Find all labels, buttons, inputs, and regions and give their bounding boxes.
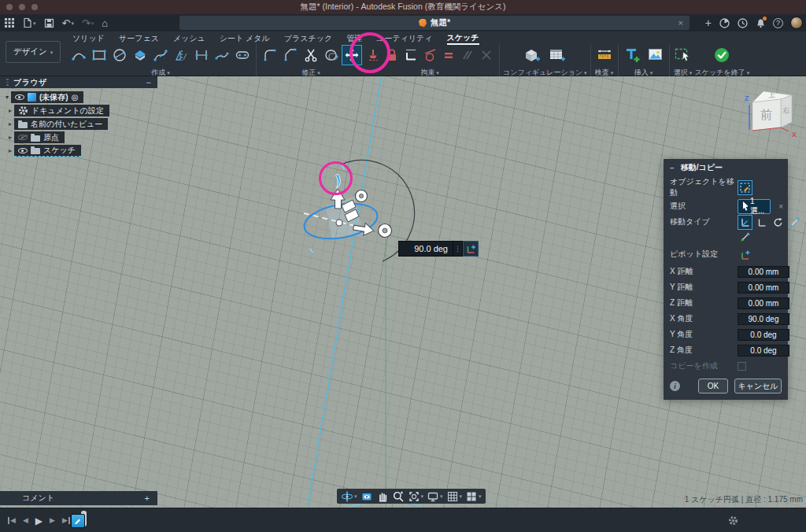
- viewports-button[interactable]: ▾: [465, 490, 482, 503]
- grid-snap-button[interactable]: ▾: [446, 490, 463, 503]
- clear-selection-button[interactable]: ×: [778, 202, 783, 211]
- timeline-step-back-button[interactable]: ◀: [23, 517, 28, 524]
- trim-tool-button[interactable]: [301, 43, 321, 67]
- origin-item[interactable]: 原点: [14, 131, 65, 143]
- dialog-minimize-button[interactable]: −: [670, 164, 675, 172]
- sketch-center-point[interactable]: [336, 220, 342, 226]
- history-button[interactable]: [737, 17, 748, 28]
- file-menu-button[interactable]: ▾: [22, 17, 36, 28]
- visibility-eye-icon[interactable]: [15, 94, 24, 100]
- move-type-rotate-button[interactable]: [771, 215, 786, 230]
- sketch-axis-line-cyan[interactable]: [308, 78, 381, 505]
- fit-button[interactable]: ▾: [408, 490, 424, 503]
- move-type-point-to-position-button[interactable]: [738, 230, 752, 245]
- browser-row-document-settings[interactable]: ▸ ドキュメントの設定: [0, 105, 157, 116]
- circle-tool-button[interactable]: [109, 43, 130, 67]
- finish-sketch-button[interactable]: [712, 43, 732, 67]
- expander-icon[interactable]: ▸: [6, 120, 14, 127]
- tangent-constraint-button[interactable]: [420, 43, 439, 67]
- undo-button[interactable]: ↶ ▾: [62, 18, 74, 28]
- insert-text-button[interactable]: [622, 43, 642, 67]
- dimension-tool-button[interactable]: [191, 43, 212, 67]
- horizontal-vertical-constraint-button[interactable]: [401, 43, 420, 67]
- measure-button[interactable]: [594, 43, 615, 67]
- new-document-tab-button[interactable]: +: [705, 17, 712, 28]
- move-type-free-button[interactable]: [738, 215, 752, 230]
- expander-icon[interactable]: ▸: [6, 147, 14, 154]
- spline-tool-button[interactable]: [150, 43, 171, 67]
- y-distance-input[interactable]: [738, 282, 789, 294]
- browser-root-row[interactable]: ▾ (未保存) ◎: [0, 91, 157, 103]
- document-settings-item[interactable]: ドキュメントの設定: [14, 105, 109, 116]
- add-comment-button[interactable]: +: [145, 493, 150, 503]
- curve-tool-button[interactable]: [212, 43, 232, 67]
- avatar[interactable]: [790, 17, 803, 29]
- display-settings-button[interactable]: ▾: [427, 490, 443, 503]
- timeline-sketch-feature[interactable]: [71, 514, 85, 528]
- select-button[interactable]: [673, 43, 693, 67]
- timeline-settings-button[interactable]: [728, 515, 738, 526]
- minimize-window-button[interactable]: [19, 4, 25, 10]
- timeline-step-forward-button[interactable]: ▶: [50, 517, 55, 524]
- fillet-tool-button[interactable]: [260, 43, 280, 67]
- insert-image-button[interactable]: [645, 43, 666, 67]
- chamfer-tool-button[interactable]: [280, 43, 301, 67]
- browser-root-item[interactable]: (未保存) ◎: [11, 91, 83, 103]
- configuration-table-button[interactable]: [547, 43, 568, 67]
- ok-button[interactable]: OK: [698, 379, 728, 393]
- look-at-button[interactable]: [360, 490, 373, 503]
- sketches-item-selected[interactable]: スケッチ: [14, 145, 81, 157]
- timeline-go-to-start-button[interactable]: ◀: [8, 517, 16, 524]
- cancel-button[interactable]: キャンセル: [734, 379, 782, 393]
- dialog-header[interactable]: − 移動/コピー: [664, 159, 788, 176]
- drag-dots-icon[interactable]: ⋮: [453, 241, 463, 257]
- z-distance-input[interactable]: [738, 297, 789, 309]
- pan-button[interactable]: [376, 490, 389, 503]
- timeline-play-button[interactable]: ▶: [35, 516, 43, 526]
- visibility-eye-icon[interactable]: [18, 148, 28, 153]
- notifications-button[interactable]: [755, 17, 766, 28]
- browser-minimize-button[interactable]: −: [146, 77, 151, 88]
- activate-target-icon[interactable]: ◎: [72, 94, 79, 102]
- parallel-constraint-button[interactable]: [458, 43, 477, 67]
- equal-constraint-button[interactable]: [439, 43, 458, 67]
- symmetry-constraint-button[interactable]: [477, 43, 496, 67]
- z-angle-input[interactable]: [738, 345, 789, 357]
- browser-row-sketches[interactable]: ▸ スケッチ: [0, 145, 157, 157]
- create-copy-checkbox[interactable]: [738, 362, 746, 371]
- help-button[interactable]: ?: [773, 18, 783, 28]
- offset-tool-button[interactable]: [321, 43, 342, 67]
- browser-row-origin[interactable]: ▸ 原点: [0, 131, 157, 143]
- move-object-button[interactable]: [738, 180, 752, 195]
- visibility-eye-off-icon[interactable]: [18, 135, 28, 140]
- expander-icon[interactable]: ▸: [6, 134, 14, 141]
- x-distance-input[interactable]: [738, 266, 789, 278]
- mirror-tool-button[interactable]: [171, 43, 191, 67]
- save-button[interactable]: [44, 18, 54, 28]
- job-status-button[interactable]: [719, 17, 730, 28]
- move-type-point-to-point-button[interactable]: [787, 215, 802, 230]
- comments-panel[interactable]: コメント +: [0, 491, 157, 505]
- workspace-selector[interactable]: デザイン ▾: [6, 41, 61, 63]
- orbit-button[interactable]: ▾: [341, 490, 357, 503]
- rectangle-tool-button[interactable]: [89, 43, 109, 67]
- timeline-go-to-end-button[interactable]: ▶: [62, 517, 70, 524]
- named-views-item[interactable]: 名前の付いたビュー: [14, 118, 108, 130]
- expander-icon[interactable]: ▸: [6, 107, 14, 114]
- document-tab[interactable]: 無題*: [419, 17, 450, 28]
- window-controls[interactable]: [6, 4, 38, 10]
- expander-icon[interactable]: ▾: [3, 94, 11, 101]
- selection-chip[interactable]: 1 選...: [738, 199, 771, 214]
- info-button[interactable]: i: [670, 381, 680, 391]
- create-sketch-button[interactable]: [130, 43, 150, 67]
- pivot-quick-button[interactable]: [463, 241, 479, 257]
- x-angle-input[interactable]: [738, 313, 789, 325]
- zoom-button[interactable]: [392, 490, 405, 503]
- browser-header[interactable]: ブラウザ −: [0, 76, 157, 88]
- home-button[interactable]: ⌂: [102, 18, 108, 28]
- rotation-angle-input[interactable]: [398, 241, 453, 257]
- move-type-translate-button[interactable]: [754, 215, 769, 230]
- configure-button[interactable]: [522, 43, 542, 67]
- redo-button[interactable]: ↷ ▾: [82, 18, 94, 28]
- close-window-button[interactable]: [6, 4, 13, 10]
